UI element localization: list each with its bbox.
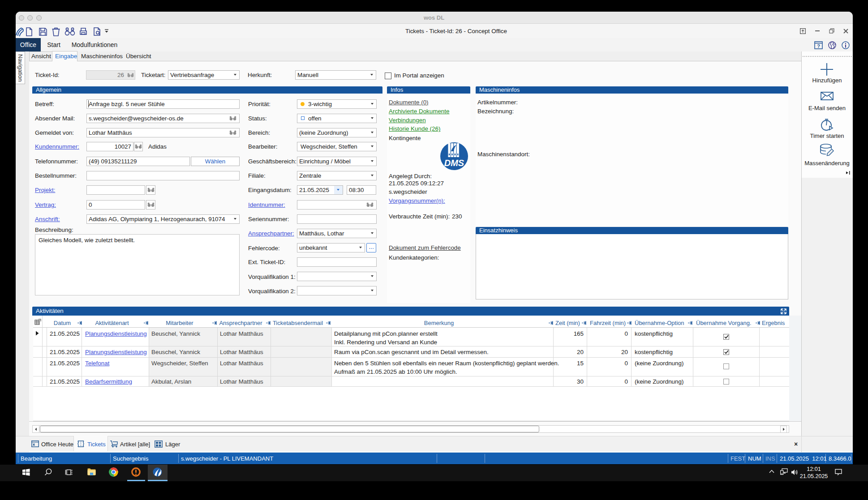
svg-text:?: ? [817,43,820,49]
svg-text:DMS: DMS [444,158,464,168]
